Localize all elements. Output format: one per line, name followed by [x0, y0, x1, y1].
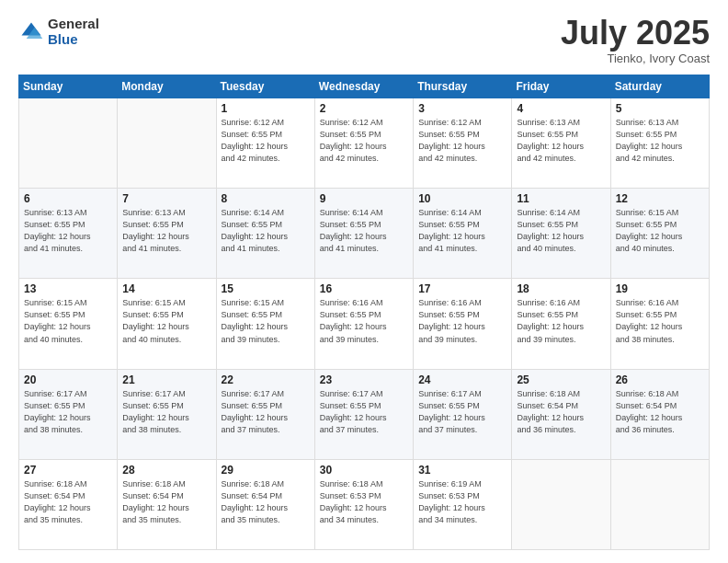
day-info: Sunrise: 6:16 AM Sunset: 6:55 PM Dayligh…: [517, 297, 605, 345]
day-number: 1: [222, 102, 310, 115]
calendar-cell: 12Sunrise: 6:15 AM Sunset: 6:55 PM Dayli…: [610, 189, 709, 279]
day-info: Sunrise: 6:15 AM Sunset: 6:55 PM Dayligh…: [24, 297, 112, 345]
day-info: Sunrise: 6:16 AM Sunset: 6:55 PM Dayligh…: [418, 297, 506, 345]
calendar-cell: 15Sunrise: 6:15 AM Sunset: 6:55 PM Dayli…: [216, 279, 314, 369]
day-number: 30: [320, 464, 408, 477]
day-info: Sunrise: 6:17 AM Sunset: 6:55 PM Dayligh…: [320, 388, 408, 436]
calendar-cell: [512, 459, 610, 549]
calendar-cell: 16Sunrise: 6:16 AM Sunset: 6:55 PM Dayli…: [314, 279, 413, 369]
calendar-cell: 23Sunrise: 6:17 AM Sunset: 6:55 PM Dayli…: [314, 369, 413, 459]
day-number: 22: [222, 373, 310, 386]
day-info: Sunrise: 6:15 AM Sunset: 6:55 PM Dayligh…: [122, 297, 210, 345]
day-info: Sunrise: 6:14 AM Sunset: 6:55 PM Dayligh…: [222, 207, 310, 255]
day-info: Sunrise: 6:12 AM Sunset: 6:55 PM Dayligh…: [320, 117, 408, 165]
weekday-header-saturday: Saturday: [610, 75, 709, 98]
day-number: 18: [517, 282, 605, 295]
day-info: Sunrise: 6:16 AM Sunset: 6:55 PM Dayligh…: [320, 297, 408, 345]
day-info: Sunrise: 6:18 AM Sunset: 6:54 PM Dayligh…: [222, 478, 310, 526]
day-number: 9: [320, 192, 408, 205]
calendar-cell: 18Sunrise: 6:16 AM Sunset: 6:55 PM Dayli…: [512, 279, 610, 369]
day-number: 11: [517, 192, 605, 205]
day-number: 6: [24, 192, 112, 205]
day-number: 13: [24, 282, 112, 295]
month-title: July 2025: [561, 17, 710, 50]
day-info: Sunrise: 6:18 AM Sunset: 6:53 PM Dayligh…: [320, 478, 408, 526]
calendar-cell: 26Sunrise: 6:18 AM Sunset: 6:54 PM Dayli…: [610, 369, 709, 459]
day-number: 10: [418, 192, 506, 205]
day-number: 29: [222, 464, 310, 477]
day-info: Sunrise: 6:14 AM Sunset: 6:55 PM Dayligh…: [320, 207, 408, 255]
day-number: 24: [418, 373, 506, 386]
calendar-cell: 27Sunrise: 6:18 AM Sunset: 6:54 PM Dayli…: [19, 459, 118, 549]
calendar-cell: 22Sunrise: 6:17 AM Sunset: 6:55 PM Dayli…: [216, 369, 314, 459]
calendar-cell: 25Sunrise: 6:18 AM Sunset: 6:54 PM Dayli…: [512, 369, 610, 459]
day-info: Sunrise: 6:15 AM Sunset: 6:55 PM Dayligh…: [616, 207, 704, 255]
day-number: 21: [122, 373, 210, 386]
day-info: Sunrise: 6:15 AM Sunset: 6:55 PM Dayligh…: [222, 297, 310, 345]
day-info: Sunrise: 6:18 AM Sunset: 6:54 PM Dayligh…: [517, 388, 605, 436]
calendar-cell: 3Sunrise: 6:12 AM Sunset: 6:55 PM Daylig…: [414, 98, 512, 189]
day-number: 17: [418, 282, 506, 295]
day-number: 2: [320, 102, 408, 115]
day-info: Sunrise: 6:14 AM Sunset: 6:55 PM Dayligh…: [517, 207, 605, 255]
calendar-cell: 2Sunrise: 6:12 AM Sunset: 6:55 PM Daylig…: [314, 98, 413, 189]
calendar-cell: 5Sunrise: 6:13 AM Sunset: 6:55 PM Daylig…: [610, 98, 709, 189]
calendar-cell: 20Sunrise: 6:17 AM Sunset: 6:55 PM Dayli…: [19, 369, 118, 459]
calendar-cell: 14Sunrise: 6:15 AM Sunset: 6:55 PM Dayli…: [118, 279, 216, 369]
title-block: July 2025 Tienko, Ivory Coast: [561, 17, 710, 65]
calendar-cell: 13Sunrise: 6:15 AM Sunset: 6:55 PM Dayli…: [19, 279, 118, 369]
calendar-cell: 8Sunrise: 6:14 AM Sunset: 6:55 PM Daylig…: [216, 189, 314, 279]
calendar-cell: 1Sunrise: 6:12 AM Sunset: 6:55 PM Daylig…: [216, 98, 314, 189]
day-info: Sunrise: 6:17 AM Sunset: 6:55 PM Dayligh…: [222, 388, 310, 436]
day-number: 25: [517, 373, 605, 386]
weekday-header-tuesday: Tuesday: [216, 75, 314, 98]
weekday-header-friday: Friday: [512, 75, 610, 98]
calendar-cell: [610, 459, 709, 549]
day-number: 27: [24, 464, 112, 477]
day-number: 16: [320, 282, 408, 295]
calendar-cell: 24Sunrise: 6:17 AM Sunset: 6:55 PM Dayli…: [414, 369, 512, 459]
day-info: Sunrise: 6:16 AM Sunset: 6:55 PM Dayligh…: [616, 297, 704, 345]
day-info: Sunrise: 6:18 AM Sunset: 6:54 PM Dayligh…: [24, 478, 112, 526]
day-info: Sunrise: 6:13 AM Sunset: 6:55 PM Dayligh…: [517, 117, 605, 165]
day-number: 4: [517, 102, 605, 115]
calendar-week-5: 27Sunrise: 6:18 AM Sunset: 6:54 PM Dayli…: [19, 459, 710, 549]
day-info: Sunrise: 6:19 AM Sunset: 6:53 PM Dayligh…: [418, 478, 506, 526]
weekday-header-wednesday: Wednesday: [314, 75, 413, 98]
weekday-header-row: SundayMondayTuesdayWednesdayThursdayFrid…: [19, 75, 710, 98]
day-number: 8: [222, 192, 310, 205]
day-number: 28: [122, 464, 210, 477]
calendar-week-1: 1Sunrise: 6:12 AM Sunset: 6:55 PM Daylig…: [19, 98, 710, 189]
day-number: 23: [320, 373, 408, 386]
logo-general-text: General: [48, 17, 99, 32]
calendar-cell: 10Sunrise: 6:14 AM Sunset: 6:55 PM Dayli…: [414, 189, 512, 279]
day-number: 7: [122, 192, 210, 205]
day-number: 5: [616, 102, 704, 115]
logo-icon: [18, 19, 44, 45]
day-info: Sunrise: 6:13 AM Sunset: 6:55 PM Dayligh…: [24, 207, 112, 255]
calendar-cell: [118, 98, 216, 189]
calendar-cell: 4Sunrise: 6:13 AM Sunset: 6:55 PM Daylig…: [512, 98, 610, 189]
calendar-week-3: 13Sunrise: 6:15 AM Sunset: 6:55 PM Dayli…: [19, 279, 710, 369]
calendar-cell: 7Sunrise: 6:13 AM Sunset: 6:55 PM Daylig…: [118, 189, 216, 279]
day-info: Sunrise: 6:17 AM Sunset: 6:55 PM Dayligh…: [418, 388, 506, 436]
day-number: 26: [616, 373, 704, 386]
day-info: Sunrise: 6:14 AM Sunset: 6:55 PM Dayligh…: [418, 207, 506, 255]
logo-text: General Blue: [48, 17, 99, 47]
calendar-cell: 17Sunrise: 6:16 AM Sunset: 6:55 PM Dayli…: [414, 279, 512, 369]
calendar-table: SundayMondayTuesdayWednesdayThursdayFrid…: [18, 75, 710, 550]
day-info: Sunrise: 6:18 AM Sunset: 6:54 PM Dayligh…: [122, 478, 210, 526]
logo: General Blue: [18, 17, 99, 47]
day-number: 3: [418, 102, 506, 115]
day-info: Sunrise: 6:13 AM Sunset: 6:55 PM Dayligh…: [616, 117, 704, 165]
weekday-header-monday: Monday: [118, 75, 216, 98]
logo-blue-text: Blue: [48, 32, 99, 48]
calendar-cell: 21Sunrise: 6:17 AM Sunset: 6:55 PM Dayli…: [118, 369, 216, 459]
calendar-week-2: 6Sunrise: 6:13 AM Sunset: 6:55 PM Daylig…: [19, 189, 710, 279]
header: General Blue July 2025 Tienko, Ivory Coa…: [18, 17, 710, 65]
calendar-cell: 31Sunrise: 6:19 AM Sunset: 6:53 PM Dayli…: [414, 459, 512, 549]
day-info: Sunrise: 6:12 AM Sunset: 6:55 PM Dayligh…: [418, 117, 506, 165]
calendar-cell: 9Sunrise: 6:14 AM Sunset: 6:55 PM Daylig…: [314, 189, 413, 279]
day-number: 31: [418, 464, 506, 477]
day-info: Sunrise: 6:13 AM Sunset: 6:55 PM Dayligh…: [122, 207, 210, 255]
